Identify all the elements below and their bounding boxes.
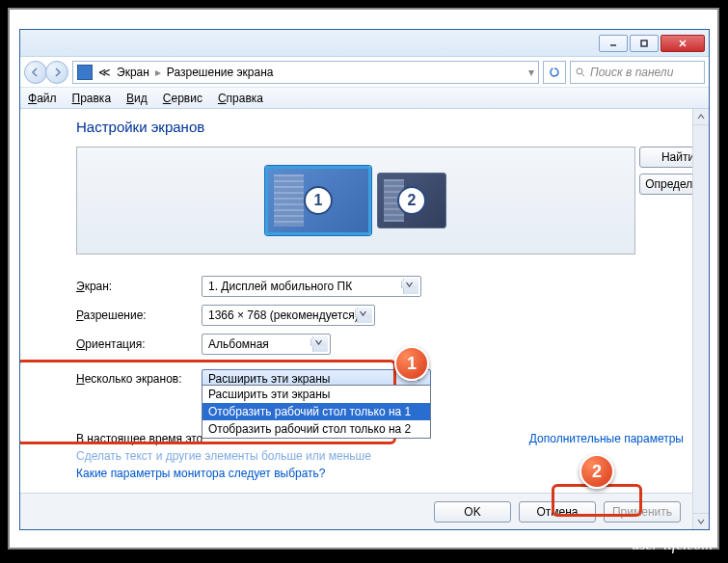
select-display-value: 1. Дисплей мобильного ПК	[208, 280, 352, 293]
control-panel-icon	[77, 65, 93, 80]
content-area: Настройки экранов 1 2 Найти Определить	[20, 109, 709, 529]
address-bar[interactable]: ≪ Экран ▸ Разрешение экрана ▾	[72, 61, 539, 84]
nav-back-button[interactable]	[24, 61, 47, 84]
annotation-callout-1: 1	[394, 346, 429, 381]
apply-button[interactable]: Применить	[604, 501, 681, 523]
label-multiple: Несколько экранов:	[76, 372, 202, 386]
svg-line-5	[582, 73, 585, 76]
search-input[interactable]: Поиск в панели	[570, 61, 705, 84]
select-orientation-value: Альбомная	[208, 337, 269, 351]
menu-tools[interactable]: Сервис	[163, 92, 202, 105]
select-multiple-value: Расширить эти экраны	[208, 372, 330, 386]
maximize-button[interactable]	[630, 35, 659, 52]
label-orientation: Ориентация:	[76, 337, 202, 351]
nav-forward-button[interactable]	[45, 61, 68, 84]
close-button[interactable]	[661, 35, 705, 52]
breadcrumb-2[interactable]: Разрешение экрана	[167, 66, 274, 79]
multiple-displays-dropdown: Расширить эти экраны Отобразить рабочий …	[202, 385, 431, 439]
menu-edit[interactable]: Правка	[72, 92, 112, 105]
chevron-down-icon	[312, 336, 328, 352]
scroll-up[interactable]	[693, 109, 709, 125]
monitor-1-label: 1	[304, 186, 333, 215]
refresh-button[interactable]	[543, 61, 566, 84]
chevron-down-icon	[403, 279, 418, 294]
chevron-down-icon	[357, 308, 372, 323]
dropdown-option-only1[interactable]: Отобразить рабочий стол только на 1	[202, 403, 430, 420]
nav-row: ≪ Экран ▸ Разрешение экрана ▾ Поиск в па…	[20, 57, 709, 88]
label-display: Экран:	[76, 280, 202, 293]
scrollbar[interactable]	[692, 109, 709, 529]
menu-file[interactable]: Файл	[28, 92, 57, 105]
nav-back-chevron: ≪	[98, 66, 111, 79]
annotation-callout-2: 2	[580, 454, 614, 489]
menu-bar: Файл Правка Вид Сервис Справка	[20, 88, 709, 109]
ok-button[interactable]: OK	[434, 501, 511, 523]
which-params-link[interactable]: Какие параметры монитора следует выбрать…	[76, 467, 635, 480]
minimize-button[interactable]	[599, 35, 628, 52]
select-resolution-value: 1366 × 768 (рекомендуется)	[208, 308, 359, 322]
titlebar	[20, 30, 709, 57]
monitor-2[interactable]: 2	[377, 173, 446, 228]
select-display[interactable]: 1. Дисплей мобильного ПК	[202, 276, 421, 297]
monitor-2-label: 2	[397, 186, 426, 215]
breadcrumb-1[interactable]: Экран	[117, 66, 149, 79]
search-placeholder: Поиск в панели	[590, 66, 673, 79]
scroll-down[interactable]	[693, 513, 709, 529]
bottom-bar: OK Отмена Применить	[20, 493, 692, 529]
dropdown-option-only2[interactable]: Отобразить рабочий стол только на 2	[202, 420, 430, 438]
label-resolution: Разрешение:	[76, 308, 202, 322]
text-size-link[interactable]: Сделать текст и другие элементы больше и…	[76, 449, 635, 463]
select-orientation[interactable]: Альбомная	[202, 334, 331, 355]
select-resolution[interactable]: 1366 × 768 (рекомендуется)	[202, 305, 375, 326]
page-title: Настройки экранов	[76, 119, 709, 135]
window: ≪ Экран ▸ Разрешение экрана ▾ Поиск в па…	[19, 29, 710, 530]
display-preview: 1 2	[76, 147, 635, 255]
svg-rect-1	[641, 40, 647, 46]
dropdown-option-extend[interactable]: Расширить эти экраны	[202, 386, 430, 403]
menu-help[interactable]: Справка	[218, 92, 263, 105]
cancel-button[interactable]: Отмена	[519, 501, 596, 523]
advanced-settings-link[interactable]: Дополнительные параметры	[529, 432, 684, 445]
breadcrumb-sep: ▸	[155, 66, 161, 79]
status-text: В настоящее время это	[76, 432, 202, 445]
svg-point-4	[577, 68, 582, 74]
menu-view[interactable]: Вид	[126, 92, 148, 105]
monitor-1[interactable]: 1	[265, 166, 371, 235]
